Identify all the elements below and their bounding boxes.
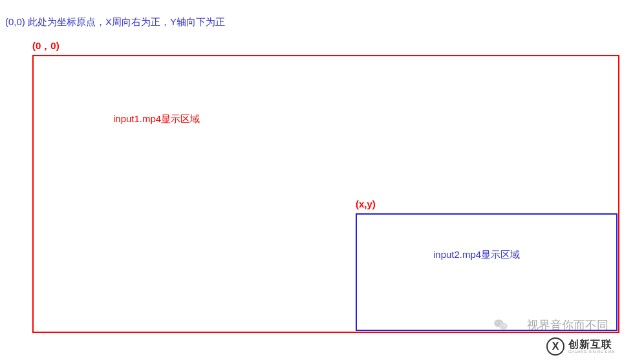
inner-region-label: input2.mp4显示区域 xyxy=(433,249,520,261)
inner-region-box xyxy=(356,213,617,331)
svg-point-5 xyxy=(504,325,505,326)
brand-logo: X 创新互联 CHUANG XIN HU LIAN xyxy=(546,337,615,356)
logo-circle-icon: X xyxy=(546,337,564,356)
svg-point-4 xyxy=(502,325,502,326)
svg-point-2 xyxy=(497,322,498,323)
inner-origin-label: (x,y) xyxy=(356,198,376,209)
origin-description: (0,0) 此处为坐标原点，X周向右为正，Y轴向下为正 xyxy=(5,16,225,28)
outer-origin-label: (0，0) xyxy=(32,40,59,52)
wechat-icon xyxy=(494,319,508,333)
svg-point-3 xyxy=(500,322,501,323)
outer-region-label: input1.mp4显示区域 xyxy=(113,113,200,125)
svg-point-1 xyxy=(499,323,508,330)
logo-cn-text: 创新互联 xyxy=(568,339,615,350)
logo-text: 创新互联 CHUANG XIN HU LIAN xyxy=(568,339,615,354)
logo-mark: X xyxy=(552,341,559,352)
logo-en-text: CHUANG XIN HU LIAN xyxy=(568,350,615,354)
watermark-text: 视界音你而不同 xyxy=(527,317,608,333)
